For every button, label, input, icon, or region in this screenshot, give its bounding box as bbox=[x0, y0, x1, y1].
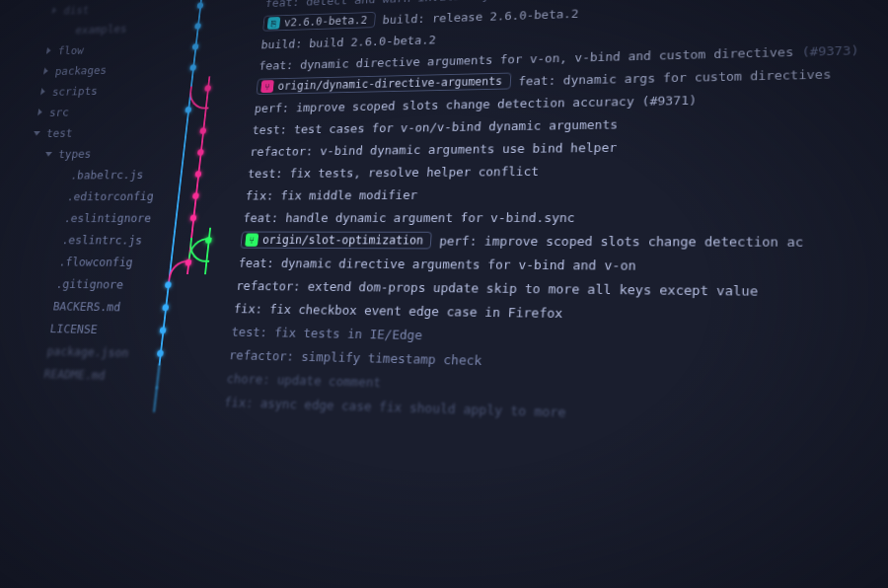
graph-cell bbox=[152, 184, 247, 207]
tree-item-backers-md[interactable]: BACKERS.md bbox=[3, 294, 142, 319]
tree-item-label: LICENSE bbox=[49, 321, 99, 335]
ref-badge-label: origin/slot-optimization bbox=[261, 233, 423, 247]
tree-item-label: .eslintignore bbox=[63, 211, 152, 225]
tree-item-src[interactable]: src bbox=[31, 100, 166, 123]
graph-cell bbox=[131, 364, 228, 390]
graph-cell bbox=[160, 118, 254, 141]
commit-message: fix: fix middle modifier bbox=[245, 187, 417, 202]
graph-cell bbox=[150, 206, 245, 229]
tree-item--flowconfig[interactable]: .flowconfig bbox=[9, 250, 147, 272]
commit-ref-num: (#9373) bbox=[802, 42, 859, 58]
tree-item-license[interactable]: LICENSE bbox=[0, 316, 139, 340]
tree-item--editorconfig[interactable]: .editorconfig bbox=[18, 184, 155, 206]
caret-icon bbox=[33, 128, 42, 137]
commit-dot bbox=[192, 192, 199, 199]
tree-item-label: .gitignore bbox=[55, 276, 124, 291]
commit-message: feat: handle dynamic argument for v-bind… bbox=[243, 210, 575, 225]
tree-item-label: scripts bbox=[51, 84, 98, 98]
ref-badge[interactable]: ⑂origin/dynamic-directive-arguments bbox=[256, 73, 511, 95]
commit-message: perf: improve scoped slots change detect… bbox=[439, 233, 804, 249]
caret-icon bbox=[38, 87, 47, 96]
tree-item--eslintignore[interactable]: .eslintignore bbox=[15, 206, 152, 228]
caret-icon bbox=[30, 368, 39, 378]
commit-dot bbox=[157, 350, 164, 357]
branch-icon: ⑂ bbox=[245, 233, 259, 246]
commit-message: test: test cases for v-on/v-bind dynamic… bbox=[252, 116, 618, 136]
caret-icon bbox=[44, 46, 53, 55]
ref-badge[interactable]: ⑂origin/slot-optimization bbox=[240, 232, 432, 250]
commit-dot bbox=[185, 107, 191, 112]
editor-stage: githubbenchmarksdistexamplesflowpackages… bbox=[0, 0, 888, 588]
graph-cell bbox=[133, 341, 230, 367]
tree-item-types[interactable]: types bbox=[25, 142, 161, 165]
graph-cell bbox=[155, 162, 249, 184]
branch-icon: ⑂ bbox=[260, 80, 274, 93]
commit-row[interactable]: fix: fix middle modifier bbox=[152, 179, 888, 206]
graph-cell bbox=[128, 387, 226, 413]
graph-cell bbox=[165, 76, 258, 100]
caret-icon bbox=[51, 213, 60, 222]
commit-dot bbox=[160, 327, 167, 333]
caret-icon bbox=[36, 323, 45, 332]
commit-dot bbox=[192, 43, 199, 49]
commit-dot bbox=[197, 2, 204, 8]
commit-message: test: fix tests, resolve helper conflict bbox=[248, 164, 540, 181]
tree-item-label: README.md bbox=[43, 366, 107, 382]
tree-item--eslintrc-js[interactable]: .eslintrc.js bbox=[12, 229, 150, 252]
commit-message: build: build 2.6.0-beta.2 bbox=[260, 33, 436, 51]
tree-item-label: types bbox=[58, 147, 93, 161]
caret-icon bbox=[54, 191, 63, 200]
tree-item-label: examples bbox=[75, 22, 128, 37]
commit-message: fix: async edge case fix should apply to… bbox=[224, 394, 566, 419]
graph-cell bbox=[139, 295, 235, 319]
commit-dot bbox=[194, 171, 201, 177]
caret-icon bbox=[50, 6, 59, 15]
git-graph-view[interactable]: build: build 2.6.0-beta.2build: fix feat… bbox=[93, 0, 888, 588]
caret-icon bbox=[44, 149, 54, 158]
commit-message: feat: dynamic directive arguments for v-… bbox=[238, 256, 636, 272]
commit-message: feat: dynamic args for custom directives bbox=[518, 66, 831, 88]
graph-cell bbox=[136, 318, 233, 342]
tree-item-label: dist bbox=[63, 3, 90, 17]
tree-item--babelrc-js[interactable]: .babelrc.js bbox=[21, 163, 157, 185]
tree-item-label: packages bbox=[54, 63, 108, 77]
tree-item-label: flow bbox=[57, 43, 85, 57]
graph-cell bbox=[144, 251, 240, 273]
ref-badge[interactable]: ⎘v2.6.0-beta.2 bbox=[262, 12, 376, 32]
tree-item-label: BACKERS.md bbox=[52, 299, 121, 314]
graph-cell bbox=[163, 98, 256, 120]
graph-cell bbox=[168, 55, 260, 79]
commit-message: refactor: simplify timestamp check bbox=[229, 347, 482, 368]
commit-message: build: release 2.6.0-beta.2 bbox=[382, 6, 579, 26]
caret-icon bbox=[39, 301, 49, 311]
caret-icon bbox=[41, 67, 50, 76]
caret-icon bbox=[45, 257, 55, 265]
caret-icon bbox=[62, 26, 71, 35]
commit-message: refactor: v-bind dynamic arguments use b… bbox=[250, 140, 618, 159]
tag-icon: ⎘ bbox=[267, 17, 281, 30]
commit-message: fix: fix checkbox event edge case in Fir… bbox=[233, 301, 562, 321]
commit-message: chore: update comment bbox=[226, 371, 382, 390]
tree-item-label: .editorconfig bbox=[66, 188, 154, 202]
caret-icon bbox=[33, 345, 42, 355]
commit-dot bbox=[194, 23, 201, 29]
caret-icon bbox=[36, 108, 45, 116]
commit-dot bbox=[189, 215, 196, 222]
graph-cell bbox=[170, 34, 261, 57]
caret-icon bbox=[48, 235, 58, 244]
commit-dot bbox=[197, 149, 204, 155]
tree-item-test[interactable]: test bbox=[28, 120, 163, 143]
caret-icon bbox=[42, 278, 52, 287]
tree-item-package-json[interactable]: package.json bbox=[0, 338, 136, 364]
tree-item-label: package.json bbox=[46, 343, 130, 359]
ref-badge-label: origin/dynamic-directive-arguments bbox=[277, 75, 502, 93]
graph-cell bbox=[158, 140, 252, 163]
commit-row[interactable]: feat: handle dynamic argument for v-bind… bbox=[150, 204, 888, 230]
tree-item-readme-md[interactable]: README.md bbox=[0, 360, 133, 387]
graph-cell bbox=[142, 273, 238, 297]
commit-dot bbox=[165, 281, 172, 288]
tree-item--gitignore[interactable]: .gitignore bbox=[6, 272, 145, 296]
commit-dot bbox=[199, 127, 206, 133]
tree-item-scripts[interactable]: scripts bbox=[34, 78, 168, 102]
ref-badge-label: v2.6.0-beta.2 bbox=[283, 14, 367, 29]
